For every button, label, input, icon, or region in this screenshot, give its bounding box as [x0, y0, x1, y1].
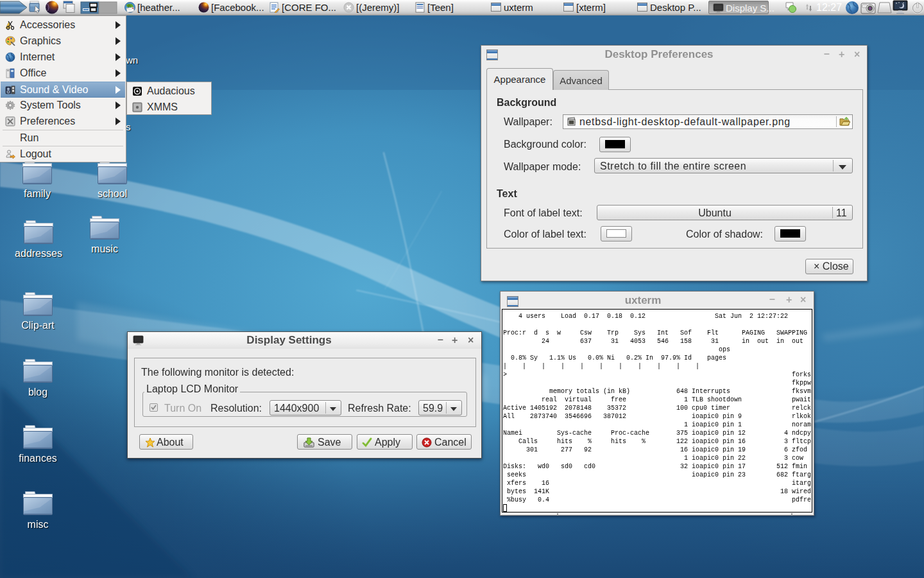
svg-text:12:27: 12:27: [816, 2, 842, 13]
